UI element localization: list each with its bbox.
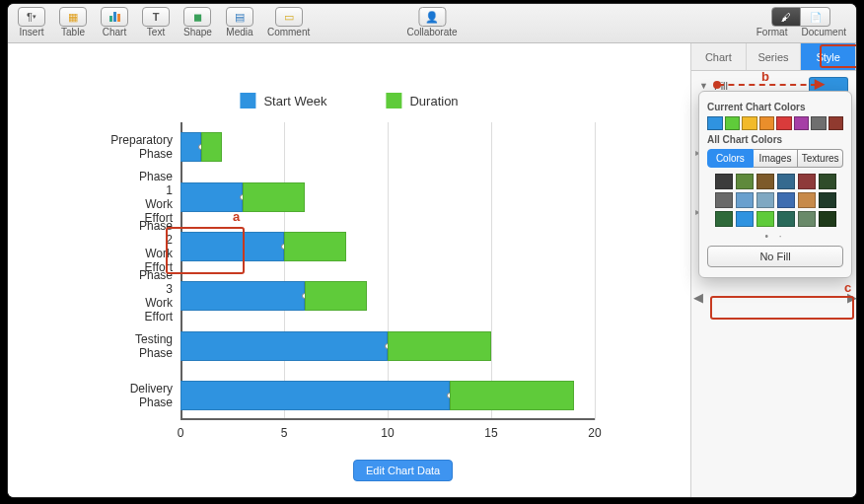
color-swatch[interactable] <box>777 174 795 189</box>
color-swatch[interactable] <box>742 116 757 130</box>
bar-segment[interactable] <box>180 331 388 361</box>
category-label: Preparatory Phase <box>110 133 173 161</box>
toolbar-insert[interactable]: ¶▾ Insert <box>18 7 45 37</box>
legend-swatch-duration <box>386 93 401 108</box>
color-swatch[interactable] <box>715 174 733 189</box>
annotation-a-box <box>166 227 245 274</box>
gridline <box>388 122 389 420</box>
annotation-b-arrowhead: ▶ <box>815 76 825 91</box>
toolbar-shape[interactable]: ◼ Shape <box>183 7 212 37</box>
color-swatch[interactable] <box>759 116 775 130</box>
color-popover: Current Chart Colors All Chart Colors Co… <box>698 91 852 278</box>
text-icon: T <box>142 7 170 27</box>
bar-segment[interactable] <box>284 232 346 261</box>
table-icon: ▦ <box>59 7 87 27</box>
toolbar-table[interactable]: ▦ Table <box>59 7 87 37</box>
no-fill-button[interactable]: No Fill <box>707 246 843 267</box>
category-label: Delivery Phase <box>130 382 173 409</box>
toolbar-format[interactable]: 🖌 📄 Format Document <box>756 7 846 37</box>
text-label: Text <box>147 27 165 37</box>
color-swatch[interactable] <box>715 211 733 227</box>
insert-label: Insert <box>19 27 43 37</box>
tab-series[interactable]: Series <box>747 43 802 70</box>
toolbar-chart[interactable]: Chart <box>101 7 128 37</box>
document-button[interactable]: 📄 <box>801 7 830 27</box>
chart-label: Chart <box>103 27 126 37</box>
chart-icon <box>101 7 128 27</box>
toolbar-collaborate[interactable]: 👤 Collaborate <box>406 7 457 37</box>
edit-chart-data-button[interactable]: Edit Chart Data <box>353 460 453 481</box>
app-window: ¶▾ Insert ▦ Table Chart T Text ◼ Shape ▤ <box>8 4 856 497</box>
color-swatch[interactable] <box>736 192 754 208</box>
color-swatch[interactable] <box>725 116 741 130</box>
inspector-panel: Chart Series Style ▼ Fill ▸ ▸ Current Ch… <box>690 43 856 497</box>
seg-colors[interactable]: Colors <box>707 149 754 168</box>
annotation-c-box <box>710 296 854 320</box>
bar-segment[interactable] <box>201 132 222 162</box>
toolbar-right: 🖌 📄 Format Document <box>756 7 846 37</box>
category-label: Phase 3 Work Effort <box>139 268 173 324</box>
color-swatch[interactable] <box>777 211 795 227</box>
bar-segment[interactable] <box>180 381 450 410</box>
bar-segment[interactable] <box>243 182 305 212</box>
color-swatch[interactable] <box>819 211 836 227</box>
gridline <box>595 122 596 420</box>
color-swatch[interactable] <box>756 211 774 227</box>
current-colors-row <box>707 116 843 130</box>
color-swatch[interactable] <box>798 211 816 227</box>
disclose-icon[interactable]: ▼ <box>699 81 708 91</box>
color-swatch[interactable] <box>736 211 754 227</box>
current-colors-label: Current Chart Colors <box>707 102 843 112</box>
palette-prev-icon[interactable]: ◀ <box>693 290 703 305</box>
media-icon: ▤ <box>226 7 253 27</box>
bar-segment[interactable] <box>180 281 305 311</box>
color-swatch[interactable] <box>798 174 816 189</box>
color-swatch[interactable] <box>794 116 810 130</box>
format-button[interactable]: 🖌 <box>771 7 801 27</box>
color-type-segment: Colors Images Textures <box>707 149 843 168</box>
color-swatch[interactable] <box>819 174 836 189</box>
legend-swatch-start <box>240 93 255 108</box>
color-swatch[interactable] <box>828 116 844 130</box>
color-swatch[interactable] <box>756 192 774 208</box>
seg-textures[interactable]: Textures <box>798 149 843 168</box>
toolbar-left: ¶▾ Insert ▦ Table Chart T Text ◼ Shape ▤ <box>18 7 310 37</box>
chart-legend: Start Week Duration <box>240 93 458 108</box>
color-swatch[interactable] <box>736 174 754 189</box>
collaborate-icon: 👤 <box>418 7 446 27</box>
annotation-style-tab-box <box>820 44 856 68</box>
gridline <box>284 122 285 420</box>
shape-label: Shape <box>183 27 212 37</box>
main-area: Start Week Duration 05101520Preparatory … <box>8 43 856 497</box>
legend-item-start: Start Week <box>240 93 326 108</box>
color-swatch[interactable] <box>798 192 816 208</box>
format-document-segment: 🖌 📄 <box>771 7 830 27</box>
color-swatch[interactable] <box>776 116 792 130</box>
toolbar-comment[interactable]: ▭ Comment <box>267 7 310 37</box>
comment-icon: ▭ <box>275 7 303 27</box>
shape-icon: ◼ <box>183 7 211 27</box>
bar-segment[interactable] <box>388 331 491 361</box>
chart-plot[interactable]: 05101520Preparatory PhasePhase 1 Work Ef… <box>180 122 595 438</box>
annotation-b-arrow <box>718 84 817 86</box>
comment-label: Comment <box>267 27 310 37</box>
toolbar-text[interactable]: T Text <box>142 7 170 37</box>
table-label: Table <box>61 27 85 37</box>
color-swatch[interactable] <box>811 116 827 130</box>
insert-icon: ¶▾ <box>18 7 45 27</box>
toolbar-media[interactable]: ▤ Media <box>226 7 253 37</box>
color-swatch[interactable] <box>715 192 733 208</box>
bar-segment[interactable] <box>450 381 574 410</box>
chart-canvas: Start Week Duration 05101520Preparatory … <box>8 43 690 497</box>
annotation-a-label: a <box>233 209 240 224</box>
color-swatch[interactable] <box>756 174 774 189</box>
seg-images[interactable]: Images <box>754 149 799 168</box>
all-colors-grid <box>707 174 843 227</box>
color-swatch[interactable] <box>819 192 836 208</box>
color-swatch[interactable] <box>777 192 795 208</box>
annotation-c-label: c <box>844 280 851 295</box>
tab-chart[interactable]: Chart <box>691 43 747 70</box>
bar-segment[interactable] <box>180 182 243 212</box>
bar-segment[interactable] <box>305 281 367 311</box>
color-swatch[interactable] <box>707 116 723 130</box>
